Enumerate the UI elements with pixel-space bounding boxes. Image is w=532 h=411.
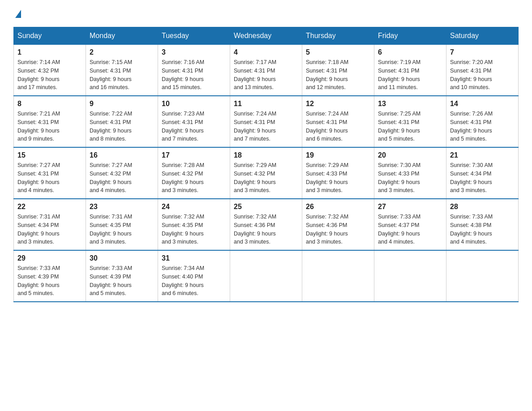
day-info: Sunrise: 7:24 AM Sunset: 4:31 PM Dayligh… [306,110,370,143]
day-info: Sunrise: 7:28 AM Sunset: 4:32 PM Dayligh… [162,161,226,195]
day-info: Sunrise: 7:26 AM Sunset: 4:31 PM Dayligh… [450,110,515,143]
day-info: Sunrise: 7:33 AM Sunset: 4:38 PM Dayligh… [450,213,515,246]
day-info: Sunrise: 7:30 AM Sunset: 4:34 PM Dayligh… [450,161,515,195]
weekday-header-sunday: Sunday [14,27,86,45]
day-number: 24 [162,203,226,211]
day-cell: 2 Sunrise: 7:15 AM Sunset: 4:31 PM Dayli… [86,45,158,96]
day-number: 29 [17,254,82,262]
day-cell: 14 Sunrise: 7:26 AM Sunset: 4:31 PM Dayl… [446,96,519,147]
week-row-5: 29 Sunrise: 7:33 AM Sunset: 4:39 PM Dayl… [14,250,519,302]
day-cell: 6 Sunrise: 7:19 AM Sunset: 4:31 PM Dayli… [374,45,446,96]
day-cell: 4 Sunrise: 7:17 AM Sunset: 4:31 PM Dayli… [230,45,302,96]
day-number: 17 [162,151,226,159]
day-info: Sunrise: 7:25 AM Sunset: 4:31 PM Dayligh… [378,110,442,143]
day-number: 9 [90,100,154,108]
day-number: 22 [17,203,82,211]
day-number: 8 [17,100,82,108]
day-number: 16 [90,151,154,159]
day-info: Sunrise: 7:16 AM Sunset: 4:31 PM Dayligh… [162,58,226,92]
weekday-header-wednesday: Wednesday [230,27,302,45]
day-info: Sunrise: 7:30 AM Sunset: 4:33 PM Dayligh… [378,161,442,195]
day-info: Sunrise: 7:15 AM Sunset: 4:31 PM Dayligh… [90,58,154,92]
day-number: 13 [378,100,442,108]
day-info: Sunrise: 7:21 AM Sunset: 4:31 PM Dayligh… [17,110,82,143]
day-number: 26 [306,203,370,211]
day-cell: 15 Sunrise: 7:27 AM Sunset: 4:31 PM Dayl… [14,147,86,199]
day-cell: 1 Sunrise: 7:14 AM Sunset: 4:32 PM Dayli… [14,45,86,96]
day-info: Sunrise: 7:33 AM Sunset: 4:39 PM Dayligh… [17,264,82,298]
week-row-3: 15 Sunrise: 7:27 AM Sunset: 4:31 PM Dayl… [14,147,519,199]
day-number: 5 [306,48,370,56]
day-number: 30 [90,254,154,262]
page-header [13,9,519,18]
day-cell: 24 Sunrise: 7:32 AM Sunset: 4:35 PM Dayl… [158,199,230,250]
day-number: 20 [378,151,442,159]
day-number: 28 [450,203,515,211]
day-info: Sunrise: 7:19 AM Sunset: 4:31 PM Dayligh… [378,58,442,92]
day-cell: 12 Sunrise: 7:24 AM Sunset: 4:31 PM Dayl… [302,96,374,147]
week-row-2: 8 Sunrise: 7:21 AM Sunset: 4:31 PM Dayli… [14,96,519,147]
day-number: 11 [234,100,298,108]
day-info: Sunrise: 7:31 AM Sunset: 4:34 PM Dayligh… [17,213,82,246]
day-number: 15 [17,151,82,159]
day-cell [446,250,519,302]
day-cell: 31 Sunrise: 7:34 AM Sunset: 4:40 PM Dayl… [158,250,230,302]
weekday-header-friday: Friday [374,27,446,45]
logo [13,9,21,18]
day-info: Sunrise: 7:32 AM Sunset: 4:35 PM Dayligh… [162,213,226,246]
day-number: 18 [234,151,298,159]
day-info: Sunrise: 7:24 AM Sunset: 4:31 PM Dayligh… [234,110,298,143]
week-row-4: 22 Sunrise: 7:31 AM Sunset: 4:34 PM Dayl… [14,199,519,250]
day-number: 19 [306,151,370,159]
day-number: 4 [234,48,298,56]
week-row-1: 1 Sunrise: 7:14 AM Sunset: 4:32 PM Dayli… [14,45,519,96]
day-number: 14 [450,100,515,108]
weekday-header-row: SundayMondayTuesdayWednesdayThursdayFrid… [14,27,519,45]
day-number: 10 [162,100,226,108]
weekday-header-thursday: Thursday [302,27,374,45]
day-number: 25 [234,203,298,211]
day-number: 23 [90,203,154,211]
day-info: Sunrise: 7:33 AM Sunset: 4:37 PM Dayligh… [378,213,442,246]
day-number: 2 [90,48,154,56]
day-number: 1 [17,48,82,56]
day-info: Sunrise: 7:32 AM Sunset: 4:36 PM Dayligh… [234,213,298,246]
day-cell: 5 Sunrise: 7:18 AM Sunset: 4:31 PM Dayli… [302,45,374,96]
day-cell: 29 Sunrise: 7:33 AM Sunset: 4:39 PM Dayl… [14,250,86,302]
day-cell: 19 Sunrise: 7:29 AM Sunset: 4:33 PM Dayl… [302,147,374,199]
day-cell: 20 Sunrise: 7:30 AM Sunset: 4:33 PM Dayl… [374,147,446,199]
day-info: Sunrise: 7:23 AM Sunset: 4:31 PM Dayligh… [162,110,226,143]
day-info: Sunrise: 7:17 AM Sunset: 4:31 PM Dayligh… [234,58,298,92]
day-cell [230,250,302,302]
day-cell: 17 Sunrise: 7:28 AM Sunset: 4:32 PM Dayl… [158,147,230,199]
day-number: 12 [306,100,370,108]
day-cell: 16 Sunrise: 7:27 AM Sunset: 4:32 PM Dayl… [86,147,158,199]
day-info: Sunrise: 7:32 AM Sunset: 4:36 PM Dayligh… [306,213,370,246]
day-cell [374,250,446,302]
day-number: 31 [162,254,226,262]
day-info: Sunrise: 7:14 AM Sunset: 4:32 PM Dayligh… [17,58,82,92]
day-cell: 28 Sunrise: 7:33 AM Sunset: 4:38 PM Dayl… [446,199,519,250]
day-cell: 27 Sunrise: 7:33 AM Sunset: 4:37 PM Dayl… [374,199,446,250]
day-cell: 9 Sunrise: 7:22 AM Sunset: 4:31 PM Dayli… [86,96,158,147]
weekday-header-monday: Monday [86,27,158,45]
day-info: Sunrise: 7:31 AM Sunset: 4:35 PM Dayligh… [90,213,154,246]
calendar-table: SundayMondayTuesdayWednesdayThursdayFrid… [13,27,519,302]
day-cell: 30 Sunrise: 7:33 AM Sunset: 4:39 PM Dayl… [86,250,158,302]
day-cell [302,250,374,302]
day-info: Sunrise: 7:29 AM Sunset: 4:32 PM Dayligh… [234,161,298,195]
day-cell: 7 Sunrise: 7:20 AM Sunset: 4:31 PM Dayli… [446,45,519,96]
day-number: 6 [378,48,442,56]
day-info: Sunrise: 7:33 AM Sunset: 4:39 PM Dayligh… [90,264,154,298]
weekday-header-tuesday: Tuesday [158,27,230,45]
day-cell: 26 Sunrise: 7:32 AM Sunset: 4:36 PM Dayl… [302,199,374,250]
day-info: Sunrise: 7:20 AM Sunset: 4:31 PM Dayligh… [450,58,515,92]
weekday-header-saturday: Saturday [446,27,519,45]
day-info: Sunrise: 7:22 AM Sunset: 4:31 PM Dayligh… [90,110,154,143]
day-info: Sunrise: 7:27 AM Sunset: 4:32 PM Dayligh… [90,161,154,195]
day-info: Sunrise: 7:27 AM Sunset: 4:31 PM Dayligh… [17,161,82,195]
day-cell: 22 Sunrise: 7:31 AM Sunset: 4:34 PM Dayl… [14,199,86,250]
day-cell: 11 Sunrise: 7:24 AM Sunset: 4:31 PM Dayl… [230,96,302,147]
day-info: Sunrise: 7:18 AM Sunset: 4:31 PM Dayligh… [306,58,370,92]
day-number: 7 [450,48,515,56]
